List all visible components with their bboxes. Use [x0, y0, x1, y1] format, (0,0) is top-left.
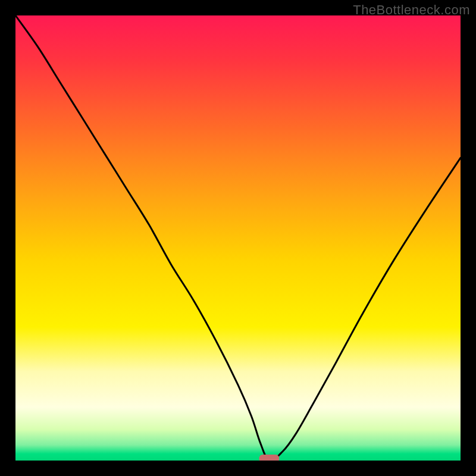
chart-frame: TheBottleneck.com — [0, 0, 476, 476]
plot-area — [15, 15, 461, 461]
watermark-text: TheBottleneck.com — [353, 2, 470, 18]
chart-svg — [15, 15, 461, 461]
optimal-point-marker — [259, 455, 280, 461]
gradient-background — [15, 15, 461, 461]
